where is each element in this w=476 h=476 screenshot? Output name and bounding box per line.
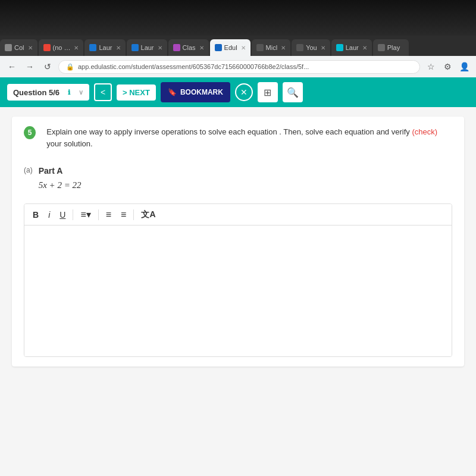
info-icon[interactable]: ℹ xyxy=(63,86,75,98)
tab-close-gmail[interactable]: ✕ xyxy=(74,45,79,51)
tab-favicon-laur2 xyxy=(131,44,139,51)
tab-label-you: You xyxy=(306,44,317,51)
tab-class[interactable]: Clas ✕ xyxy=(168,39,209,56)
layout-button[interactable]: ⊞ xyxy=(258,82,278,102)
tab-laur2[interactable]: Laur ✕ xyxy=(127,39,167,56)
question-text: Explain one way to apply inverse operati… xyxy=(46,126,452,149)
tab-laur3[interactable]: Laur ✕ xyxy=(331,39,372,56)
tab-close-you[interactable]: ✕ xyxy=(321,45,325,51)
part-a-content: Part A 5x + 2 = 22 xyxy=(39,166,82,200)
address-actions: ☆ ⚙ 👤 xyxy=(424,60,471,74)
tab-close-edu[interactable]: ✕ xyxy=(241,45,246,51)
search-icon: 🔍 xyxy=(287,87,299,98)
next-label: > NEXT xyxy=(123,88,150,97)
tab-favicon-laur3 xyxy=(336,44,343,51)
url-bar[interactable]: 🔒 app.edulastic.com/student/assessment/6… xyxy=(58,60,420,74)
question-label: Question 5/6 ℹ ∨ xyxy=(7,84,89,101)
tab-favicon-laur1 xyxy=(89,44,96,51)
tab-favicon-play xyxy=(378,44,385,51)
tab-favicon-you xyxy=(296,44,303,51)
tab-you[interactable]: You ✕ xyxy=(292,39,330,56)
bookmark-label: BOOKMARK xyxy=(180,88,223,96)
tab-label-edu: Edul xyxy=(224,44,237,51)
tab-favicon-gmail xyxy=(43,44,51,51)
monitor-bezel xyxy=(0,0,476,36)
lock-icon: 🔒 xyxy=(66,63,74,71)
toolbar-divider-3 xyxy=(133,209,134,220)
bookmark-star-button[interactable]: ☆ xyxy=(424,60,438,74)
tab-label-col: Col xyxy=(14,44,24,51)
part-label: (a) xyxy=(24,166,33,174)
close-button[interactable]: ✕ xyxy=(235,83,253,101)
question-header: 5 Explain one way to apply inverse opera… xyxy=(24,126,452,159)
tab-mic[interactable]: Micl ✕ xyxy=(252,39,291,56)
forward-button[interactable]: → xyxy=(23,60,37,74)
tab-label-laur1: Laur xyxy=(99,44,112,51)
indent-button[interactable]: ≡ xyxy=(104,208,114,221)
browser-chrome: Col ✕ (no … ✕ Laur ✕ Laur ✕ Clas ✕ Edul … xyxy=(0,36,476,107)
tab-gmail[interactable]: (no … ✕ xyxy=(39,39,84,56)
bold-button[interactable]: B xyxy=(30,209,41,221)
equation: 5x + 2 = 22 xyxy=(39,180,82,190)
tab-label-mic: Micl xyxy=(266,44,278,51)
question-label-text: Question 5/6 xyxy=(13,88,60,97)
tab-laur1[interactable]: Laur ✕ xyxy=(84,39,125,56)
reload-button[interactable]: ↺ xyxy=(40,60,55,74)
profile-button[interactable]: 👤 xyxy=(457,60,471,74)
tab-label-laur3: Laur xyxy=(346,44,359,51)
tab-edu[interactable]: Edul ✕ xyxy=(210,39,250,56)
url-text: app.edulastic.com/student/assessment/605… xyxy=(78,63,309,70)
tab-close-laur1[interactable]: ✕ xyxy=(116,45,121,51)
toolbar-divider-1 xyxy=(73,209,73,220)
answer-text-area[interactable] xyxy=(24,226,452,356)
chevron-down-icon[interactable]: ∨ xyxy=(79,89,83,96)
tab-bar: Col ✕ (no … ✕ Laur ✕ Laur ✕ Clas ✕ Edul … xyxy=(0,36,476,56)
translate-button[interactable]: 文A xyxy=(139,208,158,221)
question-number-badge: 5 xyxy=(24,126,36,139)
close-icon: ✕ xyxy=(240,87,248,97)
tab-label-class: Clas xyxy=(183,44,196,51)
question-text-main: Explain one way to apply inverse operati… xyxy=(46,127,409,136)
bookmark-button[interactable]: 🔖 BOOKMARK xyxy=(161,82,230,102)
editor-toolbar: B i U ≡▾ ≡ ≡ xyxy=(24,204,452,226)
main-content: 5 Explain one way to apply inverse opera… xyxy=(0,107,476,476)
tab-close-laur3[interactable]: ✕ xyxy=(362,45,367,51)
tab-col[interactable]: Col ✕ xyxy=(0,39,37,56)
outdent-button[interactable]: ≡ xyxy=(118,208,129,221)
search-button[interactable]: 🔍 xyxy=(283,82,303,102)
tab-favicon-col xyxy=(5,44,12,51)
extensions-button[interactable]: ⚙ xyxy=(440,60,455,74)
assessment-toolbar: Question 5/6 ℹ ∨ < > NEXT 🔖 BOOKMARK ✕ ⊞… xyxy=(0,77,476,107)
tab-close-col[interactable]: ✕ xyxy=(28,45,33,51)
underline-button[interactable]: U xyxy=(57,209,68,221)
check-word: (check) xyxy=(412,127,437,136)
tab-play[interactable]: Play xyxy=(373,39,409,56)
question-text-suffix: your solution. xyxy=(46,139,92,148)
tab-label-play: Play xyxy=(387,44,400,51)
back-button[interactable]: ← xyxy=(5,60,19,74)
question-container: 5 Explain one way to apply inverse opera… xyxy=(12,117,464,367)
part-title: Part A xyxy=(39,166,82,176)
next-button[interactable]: > NEXT xyxy=(117,84,156,101)
align-button[interactable]: ≡▾ xyxy=(78,208,93,221)
italic-button[interactable]: i xyxy=(46,209,52,221)
bookmark-icon: 🔖 xyxy=(168,88,177,96)
layout-icon: ⊞ xyxy=(264,87,271,98)
tab-close-mic[interactable]: ✕ xyxy=(281,45,286,51)
part-a-row: (a) Part A 5x + 2 = 22 xyxy=(24,166,452,200)
tab-label-gmail: (no … xyxy=(53,44,71,51)
tab-favicon-class xyxy=(173,44,180,51)
tab-close-class[interactable]: ✕ xyxy=(199,45,204,51)
tab-label-laur2: Laur xyxy=(141,44,154,51)
tab-favicon-edu xyxy=(215,44,222,51)
tab-favicon-mic xyxy=(256,44,264,51)
tab-close-laur2[interactable]: ✕ xyxy=(158,45,162,51)
address-bar: ← → ↺ 🔒 app.edulastic.com/student/assess… xyxy=(0,56,476,77)
prev-button[interactable]: < xyxy=(94,83,112,101)
toolbar-divider-2 xyxy=(98,209,99,220)
answer-editor: B i U ≡▾ ≡ ≡ xyxy=(24,203,452,357)
